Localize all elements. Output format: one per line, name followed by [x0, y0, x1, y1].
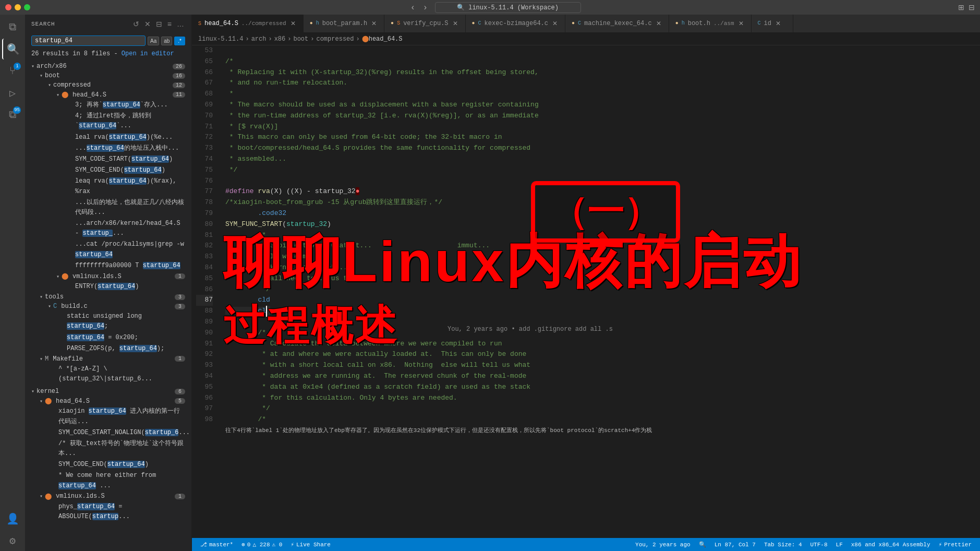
list-item[interactable]: ffffffff9a00000 T startup_64	[58, 260, 191, 271]
folder-boot-container: ▾ boot 16 ▾ compressed 12	[25, 71, 191, 292]
tab-head64s-compressed[interactable]: S head_64.S ../compressed ✕	[192, 15, 304, 32]
refresh-button[interactable]: ↺	[132, 19, 140, 29]
list-item[interactable]: * We come here either from startup_64 ..…	[42, 470, 191, 491]
list-item[interactable]: 3; 再将`startup_64`存入...	[58, 100, 191, 111]
collapse-button[interactable]: ⊟	[155, 19, 163, 29]
view-as-tree-button[interactable]: ≡	[166, 19, 173, 29]
file-icon-c: C	[758, 20, 761, 26]
maximize-button[interactable]	[24, 4, 30, 10]
list-item[interactable]: ENTRY(startup_64)	[58, 281, 191, 292]
status-line-col[interactable]: Ln 87, Col 7	[710, 538, 760, 551]
chevron-down-icon: ▾	[56, 92, 59, 98]
tab-verify-cpu[interactable]: ● S verify_cpu.S ✕	[384, 15, 465, 32]
tab-close-button[interactable]: ✕	[775, 19, 782, 28]
list-item[interactable]: leal rva(startup_64)(%e...	[58, 132, 191, 143]
list-item[interactable]: /* 获取_text符号的`物理地址`这个符号跟本...	[42, 438, 191, 459]
activity-debug[interactable]: ▷	[2, 82, 23, 103]
activity-settings[interactable]: ⚙	[2, 530, 23, 551]
file-buildc[interactable]: ▾ C build.c 3	[42, 302, 191, 311]
list-item[interactable]: SYM_CODE_END(startup_64)	[42, 459, 191, 470]
tab-close-button[interactable]: ✕	[370, 19, 378, 28]
list-item[interactable]: ...startup_64的地址压入栈中...	[58, 143, 191, 154]
status-git-blame[interactable]: You, 2 years ago	[631, 538, 695, 551]
status-encoding[interactable]: UTF-8	[806, 538, 832, 551]
error-icon: ⊗	[241, 541, 245, 548]
folder-arch-x86[interactable]: ▾ arch/x86 26	[25, 62, 191, 71]
tab-close-button[interactable]: ✕	[289, 19, 297, 28]
status-errors[interactable]: ⊗ 0 △ 228 ⚠ 0	[237, 538, 286, 551]
file-head64s-compressed[interactable]: ▾ ⬤ head_64.S 11	[50, 90, 191, 100]
file-head64s-kernel[interactable]: ▾ ⬤ head_64.S 5	[33, 396, 191, 406]
minimize-button[interactable]	[15, 4, 21, 10]
breadcrumb-separator: ›	[356, 35, 359, 43]
code-area[interactable]: /* * Replacing it with (X-startup_32)(%r…	[217, 45, 980, 538]
status-liveshare[interactable]: ⚡ Live Share	[286, 538, 335, 551]
tab-boot-param[interactable]: ● h boot_param.h ✕	[304, 15, 384, 32]
split-button[interactable]: ⊟	[969, 3, 975, 11]
list-item[interactable]: SYM_CODE_START(startup_64)	[58, 154, 191, 165]
activity-extensions[interactable]: ⧉ 95	[2, 104, 23, 125]
activity-search[interactable]: 🔍	[2, 39, 23, 59]
tab-close-button[interactable]: ✕	[452, 19, 459, 28]
status-language[interactable]: x86 and x86_64 Assembly	[847, 538, 935, 551]
list-item[interactable]: PARSE_ZOFS(p, startup_64);	[50, 343, 191, 354]
activity-accounts[interactable]: 👤	[2, 508, 23, 529]
list-item[interactable]: SYM_CODE_START_NOALIGN(startup_6...	[42, 427, 191, 438]
file-vmlinux-kernel[interactable]: ▾ ⬤ vmlinux.lds.S 1	[33, 492, 191, 501]
status-branch[interactable]: ⎇ master*	[196, 538, 237, 551]
search-icon: 🔍	[457, 4, 465, 11]
status-prettier[interactable]: ⚡ Prettier	[935, 538, 976, 551]
file-icon-asm: S	[397, 20, 400, 26]
folder-tools[interactable]: ▾ tools 3	[33, 292, 191, 302]
case-sensitive-button[interactable]: Aa	[148, 37, 159, 45]
tab-kexec-bzimage[interactable]: ● C kexec-bzimage64.c ✕	[466, 15, 565, 32]
search-input[interactable]: startup_64	[31, 35, 146, 46]
tab-id-c[interactable]: C id ✕	[752, 15, 793, 32]
list-item[interactable]: ...arch/x86/kernel/head_64.S - startup_.…	[58, 218, 191, 239]
tab-boot-h[interactable]: ● h boot.h ../asm ✕	[669, 15, 752, 32]
status-eol[interactable]: LF	[832, 538, 847, 551]
list-item[interactable]: SYM_CODE_END(startup_64)	[58, 165, 191, 176]
list-item[interactable]: 4; 通过lret指令，跳转到`startup_64`...	[58, 111, 191, 131]
file-vmlinux-boot[interactable]: ▾ ⬤ vmlinux.lds.S 1	[50, 271, 191, 281]
title-search[interactable]: 🔍 linux-5.11.4 (Workspace)	[435, 2, 581, 13]
tree-section-kernel: ▾ kernel 6 ▾ ⬤ head_64.S 5 xiaojin start…	[25, 387, 191, 522]
regex-button[interactable]: .*	[174, 37, 185, 45]
results-info: 26 results in 8 files - Open in editor	[25, 48, 191, 62]
activity-explorer[interactable]: ⧉	[2, 17, 23, 38]
close-button[interactable]	[5, 4, 11, 10]
modified-indicator: ●	[391, 20, 394, 26]
tab-close-button[interactable]: ✕	[737, 19, 745, 28]
back-button[interactable]: ‹	[408, 2, 418, 13]
editor[interactable]: 53 65 66 67 68 69 70 71 72 73 74 75 76 7…	[192, 45, 980, 538]
breadcrumb-file[interactable]: ⬤	[362, 35, 369, 43]
folder-boot[interactable]: ▾ boot 16	[33, 71, 191, 80]
activity-git[interactable]: ⑂ 1	[2, 61, 23, 81]
tab-machine-kexec[interactable]: ● C machine_kexec_64.c ✕	[565, 15, 669, 32]
forward-button[interactable]: ›	[420, 2, 431, 13]
file-items-buildc: static unsigned long startup_64; startup…	[42, 311, 191, 354]
list-item[interactable]: xiaojin startup_64 进入内核的第一行代码运...	[42, 406, 191, 427]
list-item[interactable]: ...cat /proc/kallsyms|grep -w startup_64	[58, 239, 191, 260]
status-tab-size[interactable]: Tab Size: 4	[760, 538, 806, 551]
more-button[interactable]: …	[176, 19, 185, 29]
tab-close-button[interactable]: ✕	[655, 19, 662, 28]
list-item[interactable]: startup_64 = 0x200;	[50, 332, 191, 343]
breadcrumb-separator: ›	[310, 35, 314, 43]
list-item[interactable]: ...以后的地址，也就是正几/八经内核代码段...	[58, 197, 191, 218]
list-item[interactable]: ^ *[a-zA-Z] \(startup_32\|startup_6...	[42, 364, 191, 385]
layout-button[interactable]: ⊞	[958, 3, 964, 11]
list-item[interactable]: leaq rva(startup_64)(%rax), %rax	[58, 176, 191, 197]
whole-word-button[interactable]: ab	[161, 37, 172, 45]
list-item[interactable]: phys_startup_64 = ABSOLUTE(startup...	[42, 501, 191, 522]
open-in-editor-link[interactable]: Open in editor	[122, 50, 174, 57]
sidebar-content[interactable]: ▾ arch/x86 26 ▾ boot 16 ▾ comp	[25, 62, 191, 551]
tab-close-button[interactable]: ✕	[551, 19, 559, 28]
status-zoom[interactable]: 🔍	[695, 538, 710, 551]
folder-kernel-files: ▾ ⬤ head_64.S 5 xiaojin startup_64 进入内核的…	[25, 396, 191, 522]
clear-results-button[interactable]: ✕	[143, 19, 152, 29]
folder-compressed[interactable]: ▾ compressed 12	[42, 80, 191, 90]
folder-kernel[interactable]: ▾ kernel 6	[25, 387, 191, 396]
file-makefile[interactable]: ▾ M Makefile 1	[33, 354, 191, 364]
list-item[interactable]: static unsigned long startup_64;	[50, 311, 191, 332]
